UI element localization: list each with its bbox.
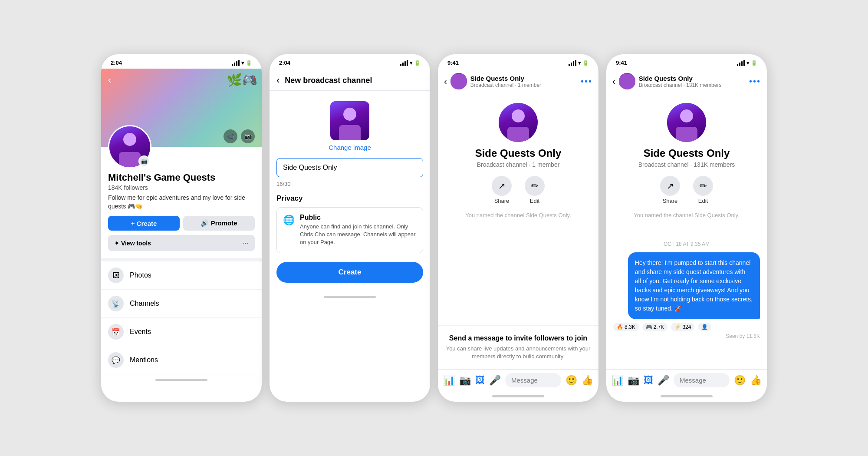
three-dots-4[interactable]: ••• xyxy=(749,76,761,86)
status-bar-1: 2:04 ▾ 🔋 xyxy=(101,54,262,69)
channel-top-info-3: Side Quests Only Broadcast channel · 1 m… xyxy=(470,75,577,88)
menu-item-photos[interactable]: 🖼 Photos xyxy=(101,261,262,290)
battery-icon-3: 🔋 xyxy=(582,60,589,66)
change-image-link[interactable]: Change image xyxy=(329,144,371,151)
photos-label: Photos xyxy=(130,271,151,279)
invite-desc-3: You can share live updates and announcem… xyxy=(445,345,592,360)
status-icons-3: ▾ 🔋 xyxy=(569,60,589,66)
promote-button[interactable]: 🔊 Promote xyxy=(183,216,255,231)
chat-bubble-4: Hey there! I'm pumped to start this chan… xyxy=(628,252,760,319)
profile-followers: 184K followers xyxy=(108,184,255,191)
bottom-bar-3: 📊 📷 🖼 🎤 Message 🙂 👍 xyxy=(438,369,598,391)
like-bar-icon-3[interactable]: 👍 xyxy=(582,375,593,386)
edit-action-4[interactable]: ✏ Edit xyxy=(693,176,713,204)
reaction-lightning-count: 324 xyxy=(682,324,691,330)
channel-name-4: Side Quests Only xyxy=(639,75,746,82)
video-action-btn[interactable]: 📹 xyxy=(224,129,237,143)
edit-circle-3: ✏ xyxy=(525,176,545,196)
privacy-title: Public xyxy=(300,214,417,221)
action-icons-row-4: ↗ Share ✏ Edit xyxy=(660,176,713,204)
share-circle-3: ↗ xyxy=(492,176,512,196)
menu-item-events[interactable]: 📅 Events xyxy=(101,318,262,346)
status-icons-1: ▾ 🔋 xyxy=(232,60,252,66)
profile-section: 📷 📹 📷 Mitchell's Game Quests 184K follow… xyxy=(101,147,262,258)
message-input-4[interactable]: Message xyxy=(674,373,730,387)
reaction-lightning[interactable]: ⚡ 324 xyxy=(671,323,694,331)
time-4: 9:41 xyxy=(616,59,627,66)
message-input-3[interactable]: Message xyxy=(505,373,561,387)
camera-badge[interactable]: 📷 xyxy=(138,155,150,167)
privacy-card[interactable]: 🌐 Public Anyone can find and join this c… xyxy=(276,207,423,253)
three-dots-3[interactable]: ••• xyxy=(581,76,592,86)
channels-icon: 📡 xyxy=(108,296,124,311)
reaction-game-count: 2.7K xyxy=(654,324,664,330)
create-channel-button[interactable]: Create xyxy=(276,262,423,283)
channel-small-avatar-4 xyxy=(619,73,635,89)
invite-section-3: Send a message to invite followers to jo… xyxy=(438,325,598,369)
back-button-1[interactable]: ‹ xyxy=(108,75,111,86)
camera-bar-icon-3[interactable]: 📷 xyxy=(459,375,471,386)
home-indicator-2 xyxy=(324,296,376,298)
camera-action-btn[interactable]: 📷 xyxy=(241,129,255,143)
mic-bar-icon-3[interactable]: 🎤 xyxy=(489,375,501,386)
events-icon: 📅 xyxy=(108,324,124,340)
channel-large-avatar-3 xyxy=(499,103,538,142)
phone-screen-4: 9:41 ▾ 🔋 ‹ Side Quests Only Broadcast ch… xyxy=(606,54,767,402)
menu-item-channels[interactable]: 📡 Channels xyxy=(101,290,262,318)
wifi-icon-1: ▾ xyxy=(241,60,244,66)
channel-name-input[interactable] xyxy=(283,164,417,172)
view-tools-label: ✦ View tools xyxy=(114,240,151,247)
channel-top-info-4: Side Quests Only Broadcast channel · 131… xyxy=(639,75,746,88)
bar-chart-icon-4[interactable]: 📊 xyxy=(612,375,623,386)
back-button-3[interactable]: ‹ xyxy=(444,76,447,86)
wifi-icon-2: ▾ xyxy=(410,60,412,66)
battery-icon-1: 🔋 xyxy=(246,60,252,66)
emoji-bar-icon-4[interactable]: 🙂 xyxy=(734,375,746,386)
wifi-icon-3: ▾ xyxy=(578,60,581,66)
image-bar-icon-4[interactable]: 🖼 xyxy=(644,375,653,386)
camera-bar-icon-4[interactable]: 📷 xyxy=(628,375,639,386)
channel-meta-4: Broadcast channel · 131K members xyxy=(638,161,735,168)
channel-sub-4: Broadcast channel · 131K members xyxy=(639,82,746,88)
nav-bar-1: ‹ 🔍 xyxy=(101,75,262,86)
invite-title-3: Send a message to invite followers to jo… xyxy=(445,334,592,342)
phone-screen-3: 9:41 ▾ 🔋 ‹ Side Quests Only Broadcast ch… xyxy=(438,54,598,402)
events-label: Events xyxy=(130,328,151,336)
channel-meta-3: Broadcast channel · 1 member xyxy=(477,161,560,168)
time-2: 2:04 xyxy=(279,59,290,66)
back-button-2[interactable]: ‹ xyxy=(276,75,279,86)
char-count: 16/30 xyxy=(276,181,423,187)
view-tools-bar[interactable]: ✦ View tools ··· xyxy=(108,235,255,251)
channel-body-3: Side Quests Only Broadcast channel · 1 m… xyxy=(438,94,598,234)
bottom-bar-4: 📊 📷 🖼 🎤 Message 🙂 👍 xyxy=(606,369,767,391)
screens-container: 2:04 ▾ 🔋 ‹ 🔍 🌿🎮 xyxy=(101,54,767,402)
image-bar-icon-3[interactable]: 🖼 xyxy=(475,375,485,386)
menu-item-mentions[interactable]: 💬 Mentions xyxy=(101,346,262,374)
channel-name-3: Side Quests Only xyxy=(470,75,577,82)
bar-chart-icon-3[interactable]: 📊 xyxy=(443,375,455,386)
edit-action-3[interactable]: ✏ Edit xyxy=(525,176,545,204)
home-indicator-1 xyxy=(155,379,207,381)
reactions-row-4: 🔥 8.3K 🎮 2.7K ⚡ 324 👤 xyxy=(613,323,760,331)
more-dots[interactable]: ··· xyxy=(242,238,249,248)
reaction-game[interactable]: 🎮 2.7K xyxy=(642,323,668,331)
create-button[interactable]: + Create xyxy=(108,216,180,231)
home-indicator-3 xyxy=(492,395,544,397)
mic-bar-icon-4[interactable]: 🎤 xyxy=(658,375,669,386)
reaction-person[interactable]: 👤 xyxy=(698,323,711,331)
edit-circle-4: ✏ xyxy=(693,176,713,196)
name-input-wrapper[interactable] xyxy=(276,158,423,177)
share-action-4[interactable]: ↗ Share xyxy=(660,176,680,204)
status-bar-2: 2:04 ▾ 🔋 xyxy=(270,54,430,69)
chat-area-4: OCT 18 AT 9:35 AM Hey there! I'm pumped … xyxy=(606,234,767,369)
status-bar-4: 9:41 ▾ 🔋 xyxy=(606,54,767,69)
share-action-3[interactable]: ↗ Share xyxy=(492,176,512,204)
back-button-4[interactable]: ‹ xyxy=(612,76,615,86)
home-indicator-4 xyxy=(661,395,713,397)
signal-icon-4 xyxy=(737,60,745,66)
search-button-1[interactable]: 🔍 xyxy=(244,75,255,86)
signal-icon-1 xyxy=(232,60,240,66)
like-bar-icon-4[interactable]: 👍 xyxy=(750,375,762,386)
emoji-bar-icon-3[interactable]: 🙂 xyxy=(566,375,577,386)
reaction-fire[interactable]: 🔥 8.3K xyxy=(613,323,639,331)
